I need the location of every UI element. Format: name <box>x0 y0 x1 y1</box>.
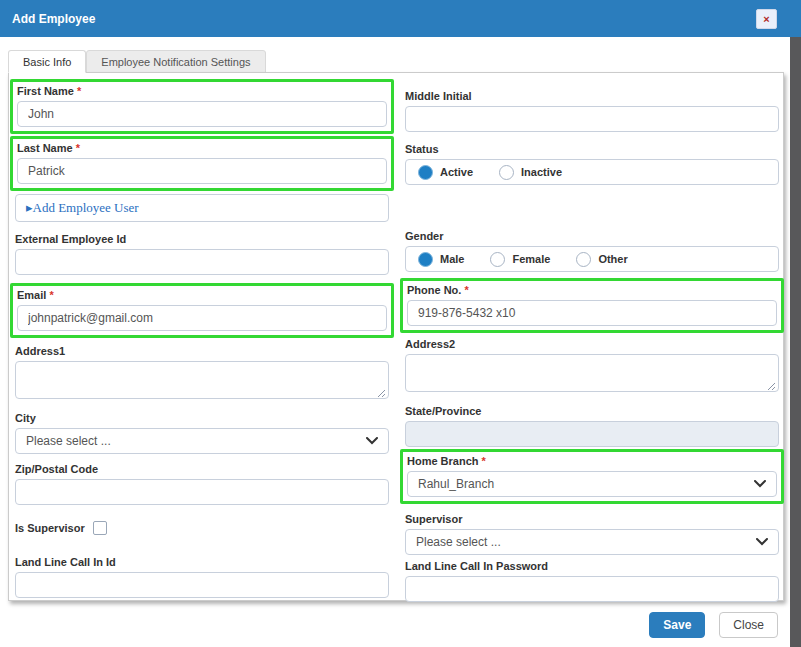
landline-id-field: Land Line Call In Id <box>15 555 389 598</box>
close-button[interactable]: Close <box>719 612 778 638</box>
phone-highlight-box: Phone No. * <box>400 278 784 333</box>
city-select-value: Please select ... <box>26 434 111 448</box>
last-name-input[interactable] <box>17 158 387 184</box>
state-province-input <box>405 421 779 447</box>
first-name-label: First Name * <box>17 84 387 98</box>
modal-close-button[interactable]: × <box>756 9 777 29</box>
status-label: Status <box>405 142 779 156</box>
landline-id-input[interactable] <box>15 572 389 598</box>
status-option-active[interactable]: Active <box>418 165 473 180</box>
radio-unselected-icon <box>576 252 591 267</box>
external-employee-id-label: External Employee Id <box>15 232 389 246</box>
gender-option-female[interactable]: Female <box>490 252 550 267</box>
address2-textarea[interactable] <box>405 354 779 392</box>
middle-initial-label: Middle Initial <box>405 89 779 103</box>
first-name-label-text: First Name <box>17 85 74 97</box>
home-branch-select[interactable]: Rahul_Branch <box>407 471 777 497</box>
status-option-inactive[interactable]: Inactive <box>499 165 562 180</box>
form-left-column: First Name * Last Name * ▸Add Employee U… <box>15 77 389 598</box>
external-employee-id-input[interactable] <box>15 249 389 275</box>
state-province-label: State/Province <box>405 404 779 418</box>
email-label-text: Email <box>17 289 46 301</box>
gender-other-label: Other <box>598 253 627 265</box>
city-label: City <box>15 411 389 425</box>
tab-employee-notification-settings[interactable]: Employee Notification Settings <box>86 50 265 73</box>
gender-option-male[interactable]: Male <box>418 252 464 267</box>
modal-footer: Save Close <box>649 612 778 638</box>
address1-textarea[interactable] <box>15 361 389 399</box>
external-employee-id-field: External Employee Id <box>15 232 389 275</box>
chevron-down-icon <box>756 538 768 546</box>
city-select[interactable]: Please select ... <box>15 428 389 454</box>
chevron-down-icon <box>366 437 378 445</box>
middle-initial-field: Middle Initial <box>405 89 779 132</box>
add-employee-user-box: ▸Add Employee User <box>15 194 389 222</box>
required-asterisk: * <box>49 289 53 301</box>
is-supervisor-label: Is Supervisor <box>15 521 85 535</box>
form-panel: First Name * Last Name * ▸Add Employee U… <box>8 72 784 601</box>
home-branch-label: Home Branch * <box>407 454 777 468</box>
address2-field: Address2 <box>405 337 779 396</box>
zip-label: Zip/Postal Code <box>15 462 389 476</box>
email-label: Email * <box>17 288 387 302</box>
first-name-input[interactable] <box>17 101 387 127</box>
required-asterisk: * <box>77 85 81 97</box>
landline-password-input[interactable] <box>405 576 779 602</box>
is-supervisor-checkbox[interactable] <box>93 521 107 535</box>
gender-label: Gender <box>405 229 779 243</box>
gender-field: Gender Male Female Other <box>405 229 779 272</box>
first-name-highlight-box: First Name * <box>10 79 394 134</box>
status-active-label: Active <box>440 166 473 178</box>
gender-radio-group: Male Female Other <box>405 246 779 272</box>
phone-input[interactable] <box>407 300 777 326</box>
is-supervisor-field: Is Supervisor <box>15 521 389 535</box>
status-radio-group: Active Inactive <box>405 159 779 185</box>
supervisor-field: Supervisor Please select ... <box>405 512 779 555</box>
supervisor-select-value: Please select ... <box>416 535 501 549</box>
middle-initial-input[interactable] <box>405 106 779 132</box>
phone-label-text: Phone No. <box>407 284 461 296</box>
add-employee-user-label: Add Employee User <box>33 200 139 215</box>
supervisor-select[interactable]: Please select ... <box>405 529 779 555</box>
home-branch-highlight-box: Home Branch * Rahul_Branch <box>400 449 784 504</box>
landline-password-label: Land Line Call In Password <box>405 559 779 573</box>
gender-male-label: Male <box>440 253 464 265</box>
required-asterisk: * <box>482 455 486 467</box>
chevron-down-icon <box>754 480 766 488</box>
add-employee-modal: Add Employee × Basic Info Employee Notif… <box>0 0 801 647</box>
radio-unselected-icon <box>490 252 505 267</box>
close-icon: × <box>763 14 769 25</box>
address1-field: Address1 <box>15 344 389 403</box>
required-asterisk: * <box>76 142 80 154</box>
status-inactive-label: Inactive <box>521 166 562 178</box>
tab-basic-info[interactable]: Basic Info <box>8 50 86 73</box>
last-name-label: Last Name * <box>17 141 387 155</box>
zip-field: Zip/Postal Code <box>15 462 389 505</box>
zip-input[interactable] <box>15 479 389 505</box>
home-branch-label-text: Home Branch <box>407 455 479 467</box>
required-asterisk: * <box>464 284 468 296</box>
add-employee-user-link[interactable]: ▸Add Employee User <box>26 200 139 216</box>
city-field: City Please select ... <box>15 411 389 454</box>
status-field: Status Active Inactive <box>405 142 779 185</box>
save-button[interactable]: Save <box>649 612 705 638</box>
form-right-column: Middle Initial Status Active Inactive <box>405 77 779 602</box>
supervisor-label: Supervisor <box>405 512 779 526</box>
email-highlight-box: Email * <box>10 283 394 338</box>
gender-option-other[interactable]: Other <box>576 252 627 267</box>
gender-female-label: Female <box>512 253 550 265</box>
address1-label: Address1 <box>15 344 389 358</box>
phone-label: Phone No. * <box>407 283 777 297</box>
landline-id-label: Land Line Call In Id <box>15 555 389 569</box>
radio-selected-icon <box>418 165 433 180</box>
email-input[interactable] <box>17 305 387 331</box>
radio-unselected-icon <box>499 165 514 180</box>
modal-title: Add Employee <box>12 12 95 26</box>
state-province-field: State/Province <box>405 404 779 447</box>
last-name-label-text: Last Name <box>17 142 73 154</box>
modal-header: Add Employee × <box>0 0 801 37</box>
landline-password-field: Land Line Call In Password <box>405 559 779 602</box>
page-edge-strip <box>790 37 801 647</box>
last-name-highlight-box: Last Name * <box>10 136 394 191</box>
radio-selected-icon <box>418 252 433 267</box>
